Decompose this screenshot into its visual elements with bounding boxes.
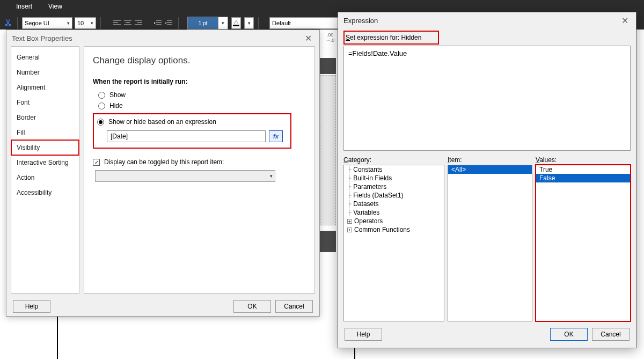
dialog-footer: Help OK Cancel bbox=[338, 324, 636, 348]
dialog-title: Expression bbox=[343, 17, 378, 25]
radio-icon bbox=[98, 102, 105, 109]
dialog-titlebar: Text Box Properties ✕ bbox=[6, 30, 319, 46]
nav-visibility[interactable]: Visibility bbox=[11, 140, 79, 155]
separator bbox=[100, 17, 101, 29]
separator bbox=[17, 17, 18, 29]
radio-expression[interactable]: Show or hide based on an expression bbox=[97, 116, 287, 127]
radio-icon bbox=[97, 119, 104, 126]
style-select[interactable]: Default▾ bbox=[269, 17, 349, 29]
item-listbox[interactable]: <All> bbox=[448, 165, 532, 321]
dialog-title: Text Box Properties bbox=[12, 34, 72, 42]
highlight-box: Show or hide based on an expression fx bbox=[93, 113, 291, 149]
indent-icon[interactable] bbox=[163, 18, 174, 28]
font-name-select[interactable]: Segoe UI▾ bbox=[22, 17, 72, 29]
outdent-icon[interactable] bbox=[152, 18, 163, 28]
category-listbox[interactable]: ├Constants ├Built-in Fields ├Parameters … bbox=[343, 165, 444, 321]
expand-icon[interactable]: + bbox=[347, 219, 352, 224]
chevron-down-icon: ▾ bbox=[248, 20, 251, 26]
align-right-icon[interactable] bbox=[133, 18, 144, 28]
font-size-value: 10 bbox=[77, 20, 84, 26]
style-value: Default bbox=[272, 20, 291, 26]
svg-rect-0 bbox=[233, 25, 239, 26]
nav-accessibility[interactable]: Accessibility bbox=[11, 185, 79, 200]
border-style-button[interactable]: ▾ bbox=[244, 17, 254, 29]
help-button[interactable]: Help bbox=[13, 300, 50, 313]
ok-button[interactable]: OK bbox=[550, 328, 588, 341]
nav-general[interactable]: General bbox=[11, 50, 79, 65]
value-true[interactable]: True bbox=[536, 165, 630, 174]
radio-hide[interactable]: Hide bbox=[93, 100, 306, 111]
indent-group bbox=[152, 18, 174, 28]
toggle-item-select[interactable]: ▾ bbox=[95, 170, 275, 182]
tree-item-builtin-fields[interactable]: ├Built-in Fields bbox=[344, 174, 444, 182]
expression-input[interactable] bbox=[107, 130, 266, 142]
nav-alignment[interactable]: Alignment bbox=[11, 80, 79, 95]
textbox-properties-dialog: Text Box Properties ✕ General Number Ali… bbox=[6, 30, 320, 317]
fx-button[interactable]: fx bbox=[269, 130, 283, 142]
set-expression-label: Set expression for: Hidden bbox=[346, 32, 436, 42]
chevron-down-icon: ▾ bbox=[270, 173, 273, 179]
chevron-down-icon: ▾ bbox=[218, 17, 228, 29]
separator bbox=[258, 17, 259, 29]
tree-item-variables[interactable]: ├Variables bbox=[344, 208, 444, 217]
nav-action[interactable]: Action bbox=[11, 170, 79, 185]
radio-label: Show or hide based on an expression bbox=[108, 118, 216, 126]
align-center-icon[interactable] bbox=[122, 18, 133, 28]
design-block bbox=[320, 75, 336, 225]
annotation-line bbox=[354, 348, 355, 359]
design-block bbox=[320, 231, 336, 252]
tree-item-fields[interactable]: ├Fields (DataSet1) bbox=[344, 191, 444, 200]
nav-font[interactable]: Font bbox=[11, 95, 79, 110]
item-all[interactable]: <All> bbox=[448, 165, 532, 174]
ribbon-tab-insert[interactable]: Insert bbox=[16, 3, 32, 10]
radio-show[interactable]: Show bbox=[93, 90, 306, 100]
ok-button[interactable]: OK bbox=[233, 300, 271, 313]
value-false[interactable]: False bbox=[536, 174, 630, 182]
design-block bbox=[320, 58, 336, 74]
values-label: Values: bbox=[536, 156, 631, 165]
tree-item-common-functions[interactable]: +Common Functions bbox=[344, 225, 444, 234]
border-color-button[interactable] bbox=[231, 17, 241, 29]
cut-icon[interactable] bbox=[3, 18, 13, 28]
tree-item-datasets[interactable]: ├Datasets bbox=[344, 200, 444, 208]
close-icon[interactable]: ✕ bbox=[619, 16, 631, 26]
highlight-box: Set expression for: Hidden bbox=[343, 31, 439, 45]
category-label: Category: bbox=[343, 156, 444, 165]
nav-interactive-sorting[interactable]: Interactive Sorting bbox=[11, 155, 79, 170]
help-button[interactable]: Help bbox=[345, 328, 382, 341]
expand-icon[interactable]: + bbox=[347, 228, 352, 232]
close-icon[interactable]: ✕ bbox=[303, 33, 314, 43]
toggle-checkbox-row[interactable]: ✓ Display can be toggled by this report … bbox=[93, 158, 306, 166]
item-label: Item: bbox=[448, 156, 532, 165]
nav-number[interactable]: Number bbox=[11, 65, 79, 80]
expression-textarea[interactable]: =Fields!Date.Value bbox=[343, 46, 631, 151]
tree-item-constants[interactable]: ├Constants bbox=[344, 165, 444, 174]
cancel-button[interactable]: Cancel bbox=[592, 328, 630, 341]
font-size-select[interactable]: 10▾ bbox=[75, 17, 96, 29]
dialog-footer: Help OK Cancel bbox=[6, 297, 319, 316]
align-left-icon[interactable] bbox=[112, 18, 122, 28]
tree-item-parameters[interactable]: ├Parameters bbox=[344, 182, 444, 191]
radio-label: Hide bbox=[109, 102, 123, 109]
chevron-down-icon: ▾ bbox=[67, 20, 70, 26]
ribbon-tab-view[interactable]: View bbox=[48, 3, 62, 10]
dialog-titlebar: Expression ✕ bbox=[338, 12, 636, 28]
separator bbox=[178, 17, 179, 29]
nav-fill[interactable]: Fill bbox=[11, 125, 79, 140]
expression-dialog: Expression ✕ Set expression for: Hidden … bbox=[338, 12, 636, 348]
values-listbox[interactable]: True False bbox=[536, 165, 631, 321]
group-label: When the report is initially run: bbox=[93, 78, 306, 85]
tree-item-operators[interactable]: +Operators bbox=[344, 217, 444, 225]
border-width-select[interactable]: 1 pt ▾ bbox=[187, 17, 228, 30]
align-group bbox=[112, 18, 144, 28]
cancel-button[interactable]: Cancel bbox=[275, 300, 313, 313]
checkbox-label: Display can be toggled by this report it… bbox=[104, 158, 224, 166]
font-name-value: Segoe UI bbox=[25, 20, 49, 26]
chevron-down-icon: ▾ bbox=[91, 20, 93, 26]
dialog-main-panel: Change display options. When the report … bbox=[84, 46, 315, 294]
checkbox-icon: ✓ bbox=[93, 159, 100, 166]
ribbon-tabs: Insert View bbox=[16, 0, 62, 13]
radio-label: Show bbox=[109, 91, 126, 99]
radio-icon bbox=[98, 92, 105, 99]
nav-border[interactable]: Border bbox=[11, 110, 79, 125]
